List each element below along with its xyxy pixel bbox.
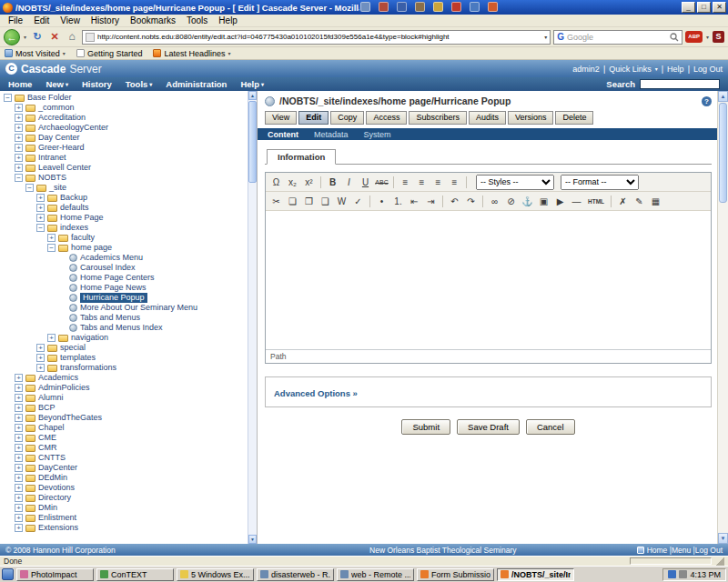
tree-item-label[interactable]: _site [49,183,66,193]
bookmark-dropdown-icon[interactable]: ▾ [228,50,230,56]
scrollbar-track[interactable] [718,204,728,533]
action-tab[interactable]: Subscribers [409,111,467,125]
sidebar-scrollbar[interactable]: ▲ ▼ [248,91,257,544]
save-draft-button[interactable]: Save Draft [457,419,520,435]
scroll-up-icon[interactable]: ▲ [248,91,257,100]
tree-item-label[interactable]: navigation [71,333,108,343]
unlink-icon[interactable]: ⊘ [503,194,519,209]
scrapbook-addon-icon[interactable]: S [713,31,724,43]
tree-item-label[interactable]: More About Our Seminary Menu [80,303,197,313]
titlebar-app-icon-1[interactable] [360,2,370,12]
tray-icon-network[interactable] [668,570,676,578]
tree-item[interactable]: ArchaeologyCenter [0,123,248,133]
tree-item-label[interactable]: Carousel Index [80,263,136,273]
tree-expander-icon[interactable] [15,134,23,142]
tree-item-label[interactable]: Chapel [38,423,65,433]
tree-expander-icon[interactable] [15,474,23,482]
paste-text-icon[interactable]: ❑ [318,194,333,209]
taskbar-button[interactable]: 5 Windows Ex... [177,568,254,581]
tree-item[interactable]: Home Page News [0,283,248,293]
close-button[interactable]: ✕ [713,2,726,13]
tree-expander-icon[interactable] [15,434,23,442]
bookmark-label[interactable]: Most Visited [15,49,60,58]
tree-item-label[interactable]: Base Folder [27,93,72,103]
tree-item-label[interactable]: transformations [60,363,116,373]
tree-item-label[interactable]: Enlistment [38,513,76,523]
tree-expander-icon[interactable] [15,524,23,532]
bookmark-dropdown-icon[interactable]: ▾ [63,50,66,56]
tree-item-label[interactable]: CMR [38,443,57,453]
tree-expander-icon[interactable] [15,454,23,462]
tree-item-label[interactable]: Leavell Center [38,163,91,173]
titlebar-app-icon-3[interactable] [397,2,407,12]
tree-expander-icon[interactable] [36,364,45,372]
tree-item-label[interactable]: Directory [38,493,71,503]
url-bar[interactable]: ▾ [82,30,551,45]
tray-icon-volume[interactable] [679,570,687,578]
resize-grip[interactable] [715,557,724,566]
tree-item-label[interactable]: NOBTS [38,173,66,183]
app-menu-item-label[interactable]: Tools [126,79,148,89]
insert-image-icon[interactable]: ▣ [536,194,551,209]
justify-full-icon[interactable]: ≡ [447,175,462,190]
taskbar-button[interactable]: /NOBTS/_site/In... [497,568,574,581]
action-tab[interactable]: Access [366,111,407,125]
quick-links-menu[interactable]: Quick Links [609,65,652,74]
browser-menu-item[interactable]: Tools [181,15,213,25]
tree-item[interactable]: home page [0,243,248,253]
web-search-input[interactable] [567,33,667,42]
tree-item-label[interactable]: DayCenter [38,463,77,473]
app-menu-item[interactable]: Help ▾ [240,79,264,89]
bookmark-item[interactable]: Getting Started ▾ [76,49,143,58]
tree-item-label[interactable]: Tabs and Menus [80,313,140,323]
tree-expander-icon[interactable] [47,244,56,252]
tree-item-label[interactable]: Intranet [38,153,66,163]
titlebar-app-icon-5[interactable] [433,2,443,12]
tree-expander-icon[interactable] [15,404,23,412]
titlebar-app-icon-8[interactable] [488,2,498,12]
tree-item[interactable]: DEdMin [0,473,248,483]
information-tab[interactable]: Information [267,149,336,165]
help-link[interactable]: Help [667,65,684,74]
align-center-icon[interactable]: ≡ [414,175,430,190]
strikethrough-icon[interactable]: ABC [374,175,389,190]
logout-link[interactable]: Log Out [693,65,723,74]
tree-item[interactable]: DMin [0,503,248,513]
insert-media-icon[interactable]: ▶ [552,194,568,209]
adblock-plus-icon[interactable]: ABP [685,31,703,43]
tree-expander-icon[interactable] [36,344,45,352]
tree-item[interactable]: Tabs and Menus Index [0,323,248,333]
tree-item[interactable]: Directory [0,493,248,503]
tree-expander-icon[interactable] [15,484,23,492]
browser-menu-item[interactable]: History [86,15,125,25]
tree-item-label[interactable]: BCP [38,403,56,413]
taskbar-button[interactable]: ConTEXT [96,568,174,581]
tree-item-label[interactable]: Academics Menu [80,253,143,263]
bold-icon[interactable]: B [325,175,340,190]
tree-item[interactable]: Devotions [0,483,248,493]
tree-item-label[interactable]: DMin [38,503,57,513]
align-right-icon[interactable]: ≡ [430,175,446,190]
reload-button[interactable]: ↻ [30,30,45,45]
action-tab[interactable]: Edit [298,111,329,125]
tree-item-label[interactable]: Extensions [38,523,78,533]
submit-button[interactable]: Submit [401,419,450,435]
italic-icon[interactable]: I [341,175,357,190]
minimize-button[interactable]: _ [682,2,695,13]
insert-link-icon[interactable]: ∞ [487,194,502,209]
bookmark-label[interactable]: Latest Headlines [164,49,225,58]
taskbar-button[interactable]: Form Submissio... [417,568,494,581]
superscript-icon[interactable]: x² [301,175,317,190]
tree-item-label[interactable]: faculty [71,233,95,243]
indent-icon[interactable]: ⇥ [423,194,439,209]
tree-item[interactable]: Chapel [0,423,248,433]
tree-expander-icon[interactable] [15,174,23,182]
align-left-icon[interactable]: ≡ [398,175,413,190]
edit-subtab[interactable]: System [364,130,391,139]
app-menu-item-label[interactable]: Help [240,79,259,89]
redo-icon[interactable]: ↷ [463,194,479,209]
tree-item[interactable]: defaults [0,203,248,213]
bookmark-item[interactable]: Latest Headlines ▾ [153,49,230,58]
taskbar-button[interactable]: PhotoImpact [16,568,94,581]
tree-item-label[interactable]: Accreditation [38,113,86,123]
